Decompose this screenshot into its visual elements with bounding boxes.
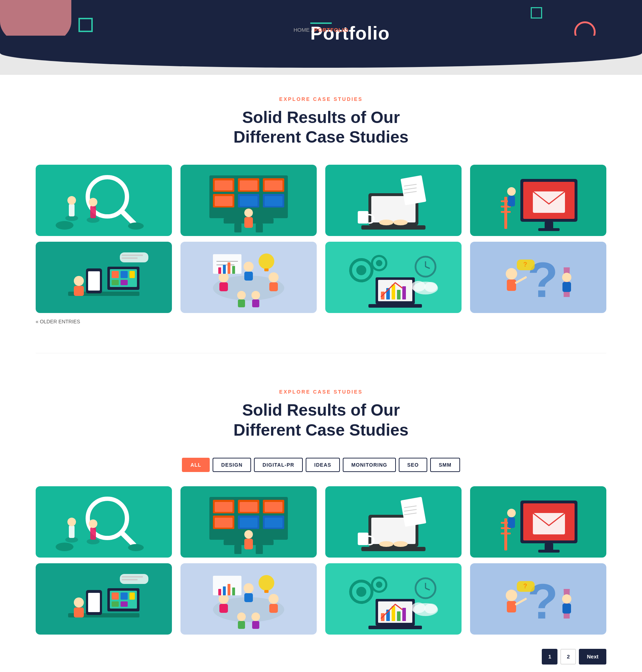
filter-digital-pr[interactable]: DIGITAL-PR [254,458,303,472]
svg-rect-58 [121,271,128,278]
section-1: EXPLORE CASE STUDIES Solid Results of Ou… [36,75,606,339]
svg-point-158 [393,541,408,547]
svg-rect-50 [501,211,511,213]
svg-rect-7 [90,206,96,218]
svg-rect-76 [269,282,278,291]
svg-rect-27 [256,224,263,232]
svg-point-234 [562,594,571,604]
svg-point-129 [128,544,144,551]
svg-point-147 [244,530,253,539]
svg-rect-204 [232,588,235,595]
card-team-meeting[interactable] [180,242,317,313]
next-page-button[interactable]: Next [579,649,606,665]
card2-search-team[interactable] [36,486,172,558]
svg-point-170 [507,509,516,517]
svg-rect-197 [238,621,245,629]
filter-seo[interactable]: SEO [399,458,428,472]
svg-rect-203 [228,584,230,595]
older-entries[interactable]: « OLDER ENTRIES [36,319,606,324]
svg-rect-87 [232,266,235,274]
page-2-button[interactable]: 2 [560,649,576,665]
svg-point-8 [89,198,97,206]
svg-point-77 [237,291,246,299]
svg-point-194 [269,594,279,604]
svg-rect-24 [265,196,282,206]
svg-rect-230 [507,601,516,612]
svg-rect-4 [69,204,75,216]
svg-rect-78 [238,299,245,307]
svg-point-128 [56,543,73,551]
card-ecommerce[interactable] [36,242,172,313]
svg-rect-18 [265,180,282,190]
main-content: EXPLORE CASE STUDIES Solid Results of Ou… [0,75,642,672]
section1-title: Solid Results of Our Different Case Stud… [36,108,606,147]
svg-point-157 [379,541,393,547]
breadcrumb-home[interactable]: HOME [294,27,310,33]
svg-point-28 [244,209,253,217]
svg-point-9 [56,221,73,230]
svg-rect-80 [252,299,259,307]
svg-point-75 [269,272,279,282]
page-1-button[interactable]: 1 [542,649,557,665]
svg-rect-86 [228,262,230,274]
card-laptop-writing[interactable] [325,165,462,236]
grid-row2: ? ! ? [36,242,606,313]
filter-ideas[interactable]: IDEAS [306,458,340,472]
svg-point-183 [74,597,84,607]
card-search-team[interactable] [36,165,172,236]
svg-rect-178 [129,593,135,600]
svg-rect-113 [507,279,516,291]
svg-rect-93 [368,304,422,308]
svg-point-192 [244,583,254,593]
svg-rect-34 [401,175,426,205]
card-desktop-hero[interactable] [470,165,606,236]
svg-rect-187 [122,579,138,580]
svg-rect-202 [223,586,226,595]
svg-rect-72 [219,282,228,291]
svg-point-127 [89,519,97,528]
svg-rect-195 [269,604,278,613]
svg-point-51 [507,187,516,196]
card2-desktop[interactable] [470,486,606,558]
card2-ecommerce[interactable] [36,563,172,635]
svg-rect-180 [121,601,128,607]
svg-rect-20 [215,196,233,206]
svg-rect-22 [240,196,258,206]
svg-rect-182 [88,593,100,612]
card2-questions[interactable]: ? ! ? [470,563,606,635]
filter-all[interactable]: ALL [182,458,210,472]
svg-rect-199 [252,621,259,629]
pagination: 1 2 Next [36,649,606,665]
card-analytics[interactable] [180,165,317,236]
card-question-marks[interactable]: ? ! ? [470,242,606,313]
card2-charts[interactable] [325,563,462,635]
filter-monitoring[interactable]: MONITORING [343,458,396,472]
filter-smm[interactable]: SMM [430,458,460,472]
svg-point-102 [376,260,382,266]
svg-rect-45 [538,228,560,231]
svg-point-124 [67,518,76,526]
card-charts-gears[interactable] [325,242,462,313]
svg-point-108 [424,282,437,292]
card2-laptop[interactable] [325,486,462,558]
deco-square1 [78,18,93,32]
svg-rect-184 [74,607,84,617]
svg-rect-126 [90,527,96,540]
svg-point-88 [259,253,274,269]
svg-rect-96 [392,284,395,299]
section-2: EXPLORE CASE STUDIES Solid Results of Ou… [36,368,606,671]
grid2-row2: ? ! ? [36,563,606,635]
card2-meeting[interactable] [180,563,317,635]
svg-rect-68 [122,257,138,259]
svg-rect-135 [240,502,258,512]
section2-label: EXPLORE CASE STUDIES [36,389,606,395]
filter-design[interactable]: DESIGN [213,458,251,472]
svg-rect-137 [265,502,282,512]
deco-circle [574,21,596,43]
grid-row1 [36,165,606,236]
svg-rect-213 [392,606,395,621]
svg-rect-133 [215,502,233,512]
svg-rect-145 [234,545,241,554]
svg-rect-59 [129,271,135,278]
card2-analytics[interactable] [180,486,317,558]
